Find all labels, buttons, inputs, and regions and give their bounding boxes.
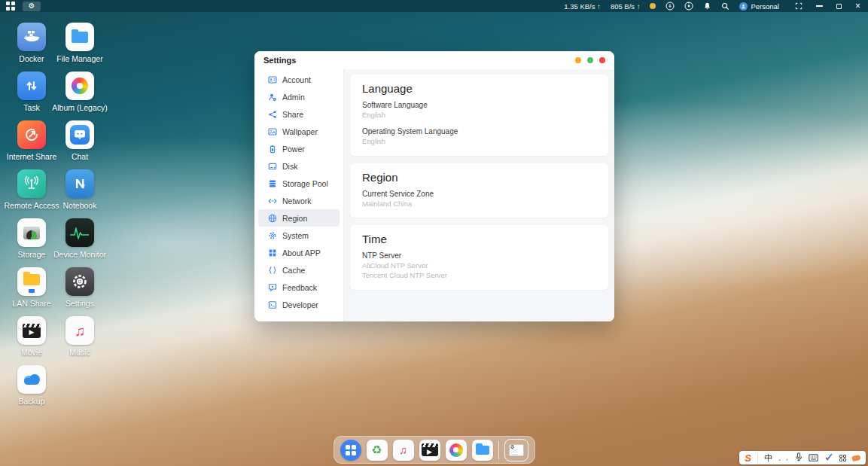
punctuation-toggle[interactable]: 。，: [778, 454, 789, 462]
desktop-icon-backup[interactable]: Backup: [8, 365, 56, 414]
sidebar-item-network[interactable]: Network: [258, 192, 340, 209]
sidebar-item-storage-pool[interactable]: Storage Pool: [258, 175, 340, 192]
sidebar-item-region[interactable]: Region: [258, 209, 340, 227]
soft-keyboard-icon[interactable]: [809, 451, 818, 464]
desktop-icon-music[interactable]: ♫ Music: [56, 316, 104, 365]
language-mode-toggle[interactable]: 中: [764, 452, 772, 464]
dock-running-settings[interactable]: [504, 439, 528, 461]
antenna-icon: [17, 169, 46, 198]
user-label: Personal: [751, 2, 779, 11]
desktop-icon-label: Notebook: [63, 201, 97, 210]
dock-album[interactable]: [446, 440, 467, 461]
desktop-icon-chat[interactable]: Chat: [56, 120, 104, 169]
microphone-icon[interactable]: [795, 451, 803, 464]
gear-icon: [268, 231, 277, 240]
sidebar-item-about-app[interactable]: About APP: [258, 244, 340, 261]
clapperboard-icon: ▶: [17, 316, 46, 345]
skin-icon[interactable]: [824, 451, 833, 464]
user-menu[interactable]: Personal: [739, 2, 779, 11]
dock-app-center[interactable]: [340, 440, 361, 461]
fullscreen-icon[interactable]: [795, 2, 803, 10]
setting-row-os-language[interactable]: Operating System Language English: [362, 127, 596, 147]
desktop-icon-remote-access[interactable]: Remote Access: [8, 169, 56, 218]
sidebar-item-developer[interactable]: Developer: [258, 296, 340, 313]
desktop-icon-label: Backup: [18, 397, 44, 406]
pinwheel-icon: [449, 443, 463, 457]
desktop-icon-docker[interactable]: Docker: [8, 23, 56, 72]
sidebar-item-wallpaper[interactable]: Wallpaper: [258, 123, 340, 140]
dock-movie[interactable]: ▶: [419, 440, 440, 461]
restore-button[interactable]: [836, 4, 842, 9]
sidebar-item-cache[interactable]: Cache: [258, 261, 340, 279]
settings-app-taskbar-button[interactable]: ⚙: [23, 2, 41, 11]
desktop-icon-internet-share[interactable]: Internet Share: [8, 120, 56, 169]
toolbox-icon[interactable]: [839, 455, 846, 461]
desktop-icon-movie[interactable]: ▶ Movie: [8, 316, 56, 365]
desktop-icon-task[interactable]: Task: [8, 72, 56, 120]
dock-divider: [498, 441, 499, 459]
search-icon[interactable]: [721, 2, 729, 11]
download-circle-icon[interactable]: [665, 2, 675, 11]
section-title: Time: [362, 233, 596, 245]
desktop-icon-device-monitor[interactable]: Device Monitor: [56, 218, 104, 267]
desktop-icon-label: Docker: [19, 54, 44, 63]
dock-file-manager[interactable]: [472, 440, 493, 461]
desktop-icon-file-manager[interactable]: File Manager: [56, 23, 104, 72]
arrows-icon: [268, 196, 277, 206]
pinwheel-icon: [65, 72, 94, 100]
feedback-bubble-icon: [268, 283, 277, 292]
assistant-icon[interactable]: [851, 454, 860, 461]
download-speed: 805 B/s ↑: [611, 2, 641, 11]
dock-trash[interactable]: ♻: [367, 440, 388, 461]
dock-music[interactable]: ♫: [393, 440, 414, 461]
settings-sidebar: Account Admin Share Wallpaper Power: [254, 69, 344, 321]
window-titlebar[interactable]: Settings: [254, 51, 614, 69]
globe-icon: [268, 214, 277, 223]
setting-row-ntp-server[interactable]: NTP Server AliCloud NTP Server Tencent C…: [362, 251, 596, 281]
desktop-icon-lan-share[interactable]: LAN Share: [8, 267, 56, 316]
picture-icon: [268, 127, 277, 136]
minimize-dot-button[interactable]: [575, 57, 581, 63]
desktop-icon-settings[interactable]: Settings: [56, 267, 104, 316]
section-title: Language: [362, 82, 596, 95]
settings-content: Language Software Language English Opera…: [344, 69, 614, 321]
grid-icon: [268, 248, 277, 257]
sidebar-item-feedback[interactable]: Feedback: [258, 279, 340, 296]
close-dot-button[interactable]: [599, 57, 605, 63]
desktop-icon-label: LAN Share: [12, 299, 50, 308]
maximize-dot-button[interactable]: [587, 57, 593, 63]
settings-window: Settings Account Admin Share: [254, 51, 614, 321]
desktop-icon-storage[interactable]: Storage: [8, 218, 56, 267]
desktop-icon-label: Chat: [72, 152, 88, 161]
desktop-icon-notebook[interactable]: Notebook: [56, 169, 104, 218]
setting-row-software-language[interactable]: Software Language English: [362, 101, 596, 120]
setting-row-service-zone[interactable]: Current Service Zone Mainland China: [362, 190, 596, 209]
sidebar-item-disk[interactable]: Disk: [258, 157, 340, 175]
sidebar-item-system[interactable]: System: [258, 227, 340, 244]
sidebar-item-share[interactable]: Share: [258, 105, 340, 123]
recycle-icon: ♻: [371, 443, 382, 457]
sidebar-item-admin[interactable]: Admin: [258, 88, 340, 105]
dock: ♻ ♫ ▶: [333, 436, 535, 464]
sidebar-item-power[interactable]: Power: [258, 140, 340, 157]
yellow-status-dot[interactable]: [650, 3, 656, 9]
desktop: ⚙ 1.35 KB/s ↑ 805 B/s ↑ Pers: [0, 0, 868, 466]
sogou-logo-icon[interactable]: S: [745, 453, 751, 463]
clapperboard-icon: ▶: [422, 443, 438, 456]
desktop-icon-label: Storage: [18, 250, 46, 259]
app-launcher-icon[interactable]: [6, 2, 15, 11]
desktop-icon-album-legacy[interactable]: Album (Legacy): [56, 72, 104, 120]
desktop-icon-label: File Manager: [56, 54, 102, 63]
record-circle-icon[interactable]: [684, 2, 693, 11]
desktop-icon-label: Device Monitor: [53, 250, 106, 259]
ecg-line-icon: [65, 218, 94, 247]
sidebar-item-account[interactable]: Account: [258, 71, 340, 88]
close-button[interactable]: ×: [855, 2, 860, 10]
chat-bubble-icon: [65, 120, 94, 149]
desktop-icon-label: Remote Access: [5, 201, 59, 210]
desktop-icon-label: Album (Legacy): [52, 103, 108, 112]
notifications-bell-icon[interactable]: [703, 2, 711, 11]
upload-speed: 1.35 KB/s ↑: [564, 2, 601, 11]
minimize-button[interactable]: [816, 5, 823, 7]
disk-icon: [268, 162, 277, 171]
